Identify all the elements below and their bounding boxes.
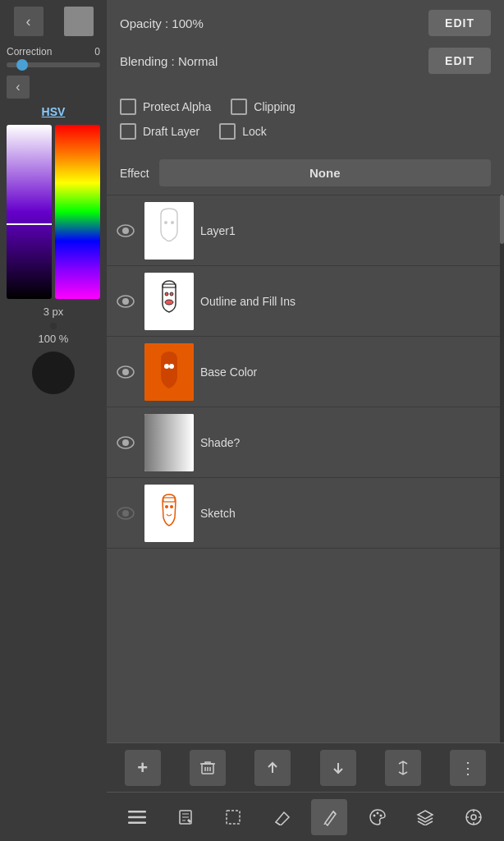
color-palette-button[interactable] [360, 799, 396, 835]
preview-square [64, 7, 94, 36]
merge-button[interactable] [385, 750, 421, 786]
color-sliders [0, 122, 107, 302]
brush-preview [32, 352, 75, 394]
layer-name: Layer1 [200, 224, 497, 237]
clipping-label: Clipping [254, 100, 296, 113]
svg-rect-28 [128, 811, 146, 813]
layers-list: Layer1 [107, 195, 504, 742]
checkboxes-section: Protect Alpha Clipping Draft Layer Lock [107, 95, 504, 154]
opacity-row: Opacity : 100% EDIT [120, 10, 491, 36]
draft-layer-label: Draft Layer [143, 125, 199, 138]
visibility-toggle[interactable] [113, 218, 138, 243]
svg-point-3 [164, 221, 167, 224]
edit-doc-button[interactable] [167, 799, 204, 835]
layer-thumbnail [144, 485, 194, 542]
lock-box[interactable] [219, 123, 236, 140]
more-options-button[interactable]: ⋮ [450, 750, 486, 786]
protect-alpha-label: Protect Alpha [143, 100, 211, 113]
svg-point-9 [165, 292, 168, 296]
svg-point-37 [471, 815, 476, 820]
back-arrow[interactable]: ‹ [14, 7, 44, 36]
layer-item[interactable]: Outline and Fill Ins [107, 266, 504, 337]
pen-button[interactable] [311, 799, 347, 835]
correction-slider[interactable] [0, 61, 107, 72]
svg-point-17 [169, 364, 174, 369]
layer-thumbnail [144, 273, 194, 330]
opacity-label: Opacity : 100% [120, 16, 204, 30]
layer-actions-bar: + [107, 742, 504, 792]
correction-row: Correction 0 [0, 43, 107, 61]
left-sidebar: ‹ Correction 0 ‹ HSV 3 px 100 % [0, 0, 107, 841]
effect-row: Effect None [107, 154, 504, 195]
sidebar-top: ‹ [0, 0, 107, 43]
effect-label: Effect [120, 167, 149, 180]
svg-point-6 [122, 298, 129, 305]
eraser-button[interactable] [263, 799, 300, 835]
svg-point-19 [122, 439, 129, 446]
svg-point-26 [170, 505, 173, 508]
clipping-checkbox[interactable]: Clipping [231, 99, 296, 115]
blending-edit-button[interactable]: EDIT [428, 48, 491, 74]
layer-name: Sketch [200, 507, 497, 520]
layers-button[interactable] [407, 799, 443, 835]
draft-layer-checkbox[interactable]: Draft Layer [120, 123, 199, 140]
checkbox-row-1: Protect Alpha Clipping [120, 99, 491, 115]
svg-point-33 [373, 814, 375, 816]
protect-alpha-checkbox[interactable]: Protect Alpha [120, 99, 211, 115]
main-panel: Opacity : 100% EDIT Blending : Normal ED… [107, 0, 504, 841]
top-controls: Opacity : 100% EDIT Blending : Normal ED… [107, 0, 504, 95]
opacity-edit-button[interactable]: EDIT [428, 10, 491, 36]
bottom-toolbar [107, 792, 504, 841]
svg-rect-32 [227, 811, 240, 824]
svg-point-11 [165, 300, 173, 305]
visibility-toggle[interactable] [113, 430, 138, 455]
hue-strip[interactable] [55, 125, 100, 299]
svg-point-34 [376, 811, 378, 814]
move-down-button[interactable] [320, 750, 356, 786]
svg-point-16 [164, 364, 169, 369]
delete-layer-button[interactable] [190, 750, 226, 786]
layer-item[interactable]: Shade? [107, 407, 504, 478]
clipping-box[interactable] [231, 99, 247, 115]
svg-point-25 [165, 505, 168, 508]
dot-indicator [50, 323, 57, 329]
move-up-button[interactable] [254, 750, 291, 786]
saturation-strip[interactable] [7, 125, 52, 299]
transform-button[interactable] [456, 799, 492, 835]
svg-point-10 [170, 292, 173, 296]
effect-value[interactable]: None [159, 159, 491, 186]
draft-layer-box[interactable] [120, 123, 136, 140]
svg-rect-15 [163, 356, 176, 361]
add-layer-button[interactable]: + [125, 750, 161, 786]
selection-button[interactable] [215, 799, 251, 835]
layer-name: Outline and Fill Ins [200, 295, 497, 308]
layer-item[interactable]: Base Color [107, 337, 504, 407]
layer-thumbnail [144, 414, 194, 471]
svg-rect-30 [128, 821, 146, 824]
px-label: 3 px [44, 306, 64, 318]
lock-checkbox[interactable]: Lock [219, 123, 267, 140]
svg-point-4 [171, 221, 174, 224]
menu-button[interactable] [119, 799, 155, 835]
blending-row: Blending : Normal EDIT [120, 48, 491, 74]
correction-label: Correction [7, 46, 52, 57]
svg-point-35 [379, 814, 382, 816]
svg-rect-29 [128, 816, 146, 818]
layer-thumbnail [144, 343, 194, 401]
svg-rect-23 [144, 485, 194, 542]
svg-point-13 [122, 369, 129, 375]
protect-alpha-box[interactable] [120, 99, 136, 115]
layer-item[interactable]: Layer1 [107, 195, 504, 266]
hsv-label[interactable]: HSV [42, 105, 66, 118]
blending-label: Blending : Normal [120, 54, 218, 68]
layer-name: Base Color [200, 365, 497, 379]
svg-rect-20 [144, 414, 194, 471]
visibility-toggle[interactable] [113, 501, 138, 526]
layer-thumbnail [144, 202, 194, 260]
collapse-arrow[interactable]: ‹ [7, 76, 30, 99]
layer-item[interactable]: Sketch [107, 478, 504, 549]
checkbox-row-2: Draft Layer Lock [120, 123, 491, 140]
percent-label: 100 % [39, 333, 69, 345]
visibility-toggle[interactable] [113, 289, 138, 314]
visibility-toggle[interactable] [113, 360, 138, 384]
